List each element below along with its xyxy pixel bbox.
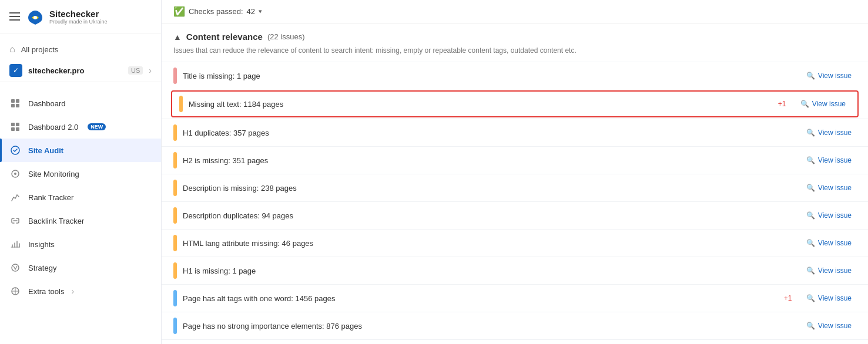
sidebar-item-dashboard2[interactable]: Dashboard 2.0 NEW — [0, 115, 161, 139]
checks-count: 42 — [247, 7, 255, 16]
view-issue-label: View issue — [818, 322, 852, 330]
sidebar-item-label: Backlink Tracker — [28, 217, 84, 225]
view-issue-button[interactable]: 🔍 View issue — [796, 97, 850, 110]
home-icon: ⌂ — [9, 44, 15, 55]
monitor-icon — [9, 168, 21, 180]
issue-text: Description duplicates: 94 pages — [183, 211, 773, 220]
logo-icon — [26, 8, 45, 25]
insights-icon — [9, 238, 21, 250]
issue-indicator — [173, 124, 177, 141]
sidebar-item-site-audit[interactable]: Site Audit — [0, 139, 161, 162]
issue-count: 46 pages — [282, 239, 314, 248]
issue-indicator — [173, 152, 177, 168]
rank-icon — [9, 191, 21, 203]
issue-text: Description is missing: 238 pages — [183, 184, 773, 193]
sidebar-header: Sitechecker Proudly made in Ukraine — [0, 0, 161, 33]
sidebar-section-projects: ⌂ All projects ✓ sitechecker.pro US › — [0, 33, 161, 92]
section-title: Content relevance — [186, 32, 263, 42]
sidebar-item-label: Dashboard — [28, 99, 66, 108]
issue-row: Page might have an outdated title: 82 pa… — [162, 339, 868, 344]
collapse-icon[interactable]: ▲ — [173, 32, 182, 42]
search-icon: 🔍 — [806, 267, 815, 275]
sidebar-item-label: Extra tools — [28, 287, 64, 296]
sidebar-item-backlink-tracker[interactable]: Backlink Tracker — [0, 209, 161, 232]
issue-count: 351 pages — [233, 156, 269, 165]
sidebar-item-rank-tracker[interactable]: Rank Tracker — [0, 186, 161, 209]
section-description: Issues that can reduce the relevance of … — [162, 46, 868, 62]
issue-text: Missing alt text: 1184 pages — [189, 100, 768, 109]
view-issue-label: View issue — [818, 267, 852, 275]
project-icon: ✓ — [9, 64, 22, 77]
view-issue-button[interactable]: 🔍 View issue — [802, 319, 856, 332]
sidebar-item-strategy[interactable]: Strategy — [0, 256, 161, 279]
search-icon: 🔍 — [806, 72, 815, 80]
issue-row: Page has alt tags with one word: 1456 pa… — [162, 284, 868, 312]
svg-rect-6 — [16, 123, 19, 126]
project-item[interactable]: ✓ sitechecker.pro US › — [0, 59, 161, 82]
logo-name: Sitechecker — [49, 9, 108, 19]
new-badge: NEW — [88, 123, 106, 130]
svg-point-0 — [33, 16, 37, 19]
search-icon: 🔍 — [800, 100, 809, 108]
strategy-icon — [9, 262, 21, 274]
logo-container: Sitechecker Proudly made in Ukraine — [26, 8, 108, 25]
issue-text: Page has alt tags with one word: 1456 pa… — [183, 294, 773, 303]
issue-text: H2 is missing: 351 pages — [183, 156, 773, 165]
sidebar-item-label: Rank Tracker — [28, 193, 73, 202]
view-issue-button[interactable]: 🔍 View issue — [802, 264, 856, 277]
all-projects-label: All projects — [21, 45, 59, 54]
view-issue-label: View issue — [818, 239, 852, 247]
issue-list: Title is missing: 1 page 🔍 View issue Mi… — [162, 62, 868, 344]
sidebar-item-label: Site Audit — [28, 146, 63, 155]
checks-label: Checks passed: — [189, 7, 243, 16]
view-issue-button[interactable]: 🔍 View issue — [802, 69, 856, 82]
sidebar-item-dashboard[interactable]: Dashboard — [0, 92, 161, 115]
issue-text: Title is missing: 1 page — [183, 72, 773, 80]
dropdown-caret-icon[interactable]: ▾ — [259, 8, 262, 15]
grid2-icon — [9, 121, 21, 133]
top-bar: ✅ Checks passed: 42 ▾ — [162, 0, 868, 23]
chevron-right-icon: › — [149, 66, 152, 75]
view-issue-button[interactable]: 🔍 View issue — [802, 237, 856, 249]
sidebar-item-extra-tools[interactable]: Extra tools › — [0, 279, 161, 303]
issue-text: HTML lang attribute missing: 46 pages — [183, 239, 773, 248]
logo-tagline: Proudly made in Ukraine — [49, 19, 108, 25]
all-projects-link[interactable]: ⌂ All projects — [0, 39, 161, 59]
view-issue-button[interactable]: 🔍 View issue — [802, 181, 856, 194]
sidebar-item-label: Site Monitoring — [28, 170, 79, 178]
sidebar-item-insights[interactable]: Insights — [0, 232, 161, 256]
logo-text: Sitechecker Proudly made in Ukraine — [49, 9, 108, 25]
checks-passed: ✅ Checks passed: 42 ▾ — [173, 6, 262, 17]
backlink-icon — [9, 215, 21, 227]
issue-count: 357 pages — [233, 129, 269, 137]
svg-rect-1 — [11, 99, 15, 103]
view-issue-label: View issue — [818, 156, 852, 164]
issue-count: 1 page — [233, 267, 256, 275]
issue-indicator — [173, 68, 177, 84]
view-issue-button[interactable]: 🔍 View issue — [802, 292, 856, 305]
issue-indicator — [173, 290, 177, 306]
issue-plus: +1 — [784, 294, 796, 302]
issue-row: Missing alt text: 1184 pages +1 🔍 View i… — [171, 90, 859, 117]
view-issue-label: View issue — [818, 294, 852, 302]
sidebar-item-label: Dashboard 2.0 — [28, 123, 78, 131]
hamburger-icon[interactable] — [9, 12, 20, 21]
issue-row: H1 is missing: 1 page 🔍 View issue — [162, 257, 868, 284]
issue-plus: +1 — [778, 100, 790, 108]
view-issue-button[interactable]: 🔍 View issue — [802, 209, 856, 222]
sidebar-item-site-monitoring[interactable]: Site Monitoring — [0, 162, 161, 186]
project-name: sitechecker.pro — [28, 66, 120, 75]
view-issue-button[interactable]: 🔍 View issue — [802, 126, 856, 139]
section-count: (22 issues) — [267, 32, 305, 41]
svg-rect-5 — [11, 123, 15, 126]
view-issue-button[interactable]: 🔍 View issue — [802, 154, 856, 167]
view-issue-label: View issue — [818, 72, 852, 80]
issue-count: 238 pages — [261, 184, 297, 193]
grid-icon — [9, 97, 21, 109]
view-issue-label: View issue — [818, 211, 852, 220]
view-issue-label: View issue — [818, 129, 852, 137]
sidebar-item-label: Strategy — [28, 264, 56, 272]
issue-count: 876 pages — [326, 322, 362, 330]
sidebar-item-label: Insights — [28, 240, 55, 249]
search-icon: 🔍 — [806, 294, 815, 302]
